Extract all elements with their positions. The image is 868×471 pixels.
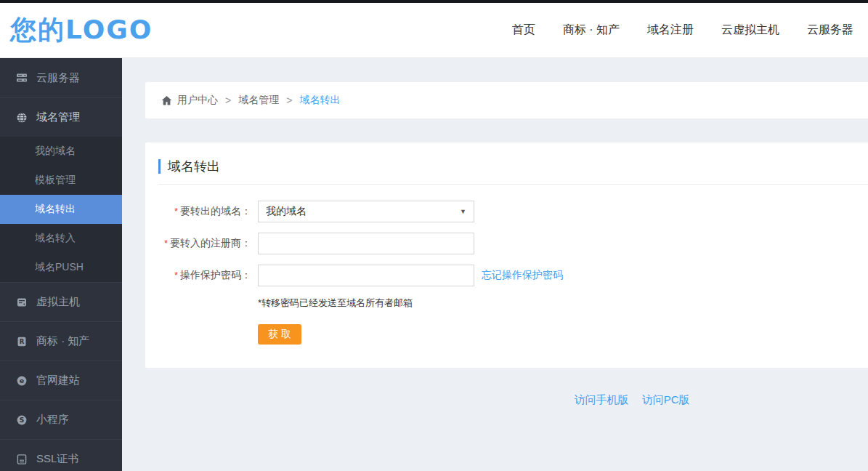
domain-transfer-panel: 域名转出 *要转出的域名： 我的域名 ▼ *要转入的注册商： — [145, 142, 868, 368]
sidebar-subitem-domain-transfer-out[interactable]: 域名转出 — [0, 195, 122, 224]
field-label: *要转出的域名： — [158, 205, 251, 218]
trademark-icon: R — [16, 336, 28, 347]
sidebar-submenu-domain: 我的域名 模板管理 域名转出 域名转入 域名PUSH — [0, 137, 122, 282]
sidebar-item-label: 云服务器 — [36, 71, 80, 85]
ssl-certificate-icon — [16, 454, 28, 465]
sidebar-item-trademark[interactable]: R 商标 · 知产 — [0, 321, 122, 361]
transfer-password-note: *转移密码已经发送至域名所有者邮箱 — [258, 297, 868, 310]
selected-domain-value: 我的域名 — [266, 205, 307, 218]
footer-link-mobile[interactable]: 访问手机版 — [574, 393, 628, 406]
breadcrumb-domain-management[interactable]: 域名管理 — [238, 94, 279, 107]
sidebar-subitem-template-management[interactable]: 模板管理 — [0, 166, 122, 195]
breadcrumb-current-page[interactable]: 域名转出 — [299, 94, 340, 107]
required-mark: * — [164, 238, 168, 249]
sidebar-item-label: 小程序 — [36, 413, 69, 427]
required-mark: * — [174, 206, 178, 217]
app-header: 您的LOGO 首页 商标 · 知产 域名注册 云虚拟主机 云服务器 — [0, 3, 868, 58]
form-row-registrar: *要转入的注册商： — [158, 233, 868, 254]
nav-item-trademark[interactable]: 商标 · 知产 — [563, 23, 620, 38]
breadcrumb: 用户中心 > 域名管理 > 域名转出 — [145, 82, 868, 118]
main-nav: 首页 商标 · 知产 域名注册 云虚拟主机 云服务器 — [512, 23, 853, 38]
nav-item-cloud-server[interactable]: 云服务器 — [807, 23, 853, 38]
sidebar-item-label: 官网建站 — [36, 374, 80, 387]
svg-text:R: R — [20, 338, 25, 345]
domain-select-dropdown[interactable]: 我的域名 ▼ — [258, 201, 474, 222]
sidebar-item-cloud-server[interactable]: 云服务器 — [0, 58, 122, 97]
nav-item-home[interactable]: 首页 — [512, 23, 535, 38]
nav-item-domain-register[interactable]: 域名注册 — [647, 23, 694, 38]
sidebar-item-domain-management[interactable]: 域名管理 — [0, 97, 122, 137]
app-window: 您的LOGO 首页 商标 · 知产 域名注册 云虚拟主机 云服务器 云服务器 域… — [0, 0, 868, 471]
sidebar-subitem-domain-push[interactable]: 域名PUSH — [0, 253, 122, 282]
form-row-password: *操作保护密码： 忘记操作保护密码 — [158, 265, 868, 286]
sidebar-item-virtual-host[interactable]: 虚拟主机 — [0, 282, 122, 321]
miniprogram-icon: S — [16, 414, 28, 426]
sidebar-item-label: SSL证书 — [36, 452, 78, 466]
chevron-down-icon: ▼ — [460, 208, 466, 215]
sidebar-item-label: 域名管理 — [36, 110, 80, 124]
protect-password-input[interactable] — [258, 265, 474, 286]
app-logo[interactable]: 您的LOGO — [10, 12, 153, 48]
sidebar-item-website-builder[interactable]: e 官网建站 — [0, 361, 122, 400]
transfer-form: *要转出的域名： 我的域名 ▼ *要转入的注册商： *操作保护密码： — [158, 201, 868, 345]
forgot-password-link[interactable]: 忘记操作保护密码 — [482, 269, 563, 282]
sidebar-item-ssl-cert[interactable]: SSL证书 — [0, 439, 122, 471]
title-accent-bar — [158, 159, 161, 174]
server-icon — [16, 72, 28, 84]
sidebar-subitem-my-domains[interactable]: 我的域名 — [0, 137, 122, 166]
breadcrumb-user-center[interactable]: 用户中心 — [177, 94, 218, 107]
required-mark: * — [174, 270, 178, 281]
get-password-button[interactable]: 获 取 — [258, 324, 301, 345]
svg-text:e: e — [20, 377, 24, 385]
main-content: 用户中心 > 域名管理 > 域名转出 域名转出 *要转出的域名： — [122, 58, 868, 471]
sidebar-item-label: 虚拟主机 — [36, 295, 80, 309]
title-divider — [158, 184, 868, 185]
nav-item-cloud-host[interactable]: 云虚拟主机 — [721, 23, 779, 38]
breadcrumb-separator: > — [225, 94, 231, 106]
footer-links: 访问手机版 访问PC版 — [145, 393, 868, 407]
sidebar: 云服务器 域名管理 我的域名 模板管理 域名转出 域名转入 域名PUSH 虚拟主… — [0, 58, 122, 471]
sidebar-subitem-domain-transfer-in[interactable]: 域名转入 — [0, 224, 122, 253]
host-icon — [16, 297, 28, 308]
field-label: *要转入的注册商： — [158, 237, 251, 250]
globe-icon — [16, 112, 28, 124]
svg-text:S: S — [20, 416, 24, 424]
page-title: 域名转出 — [168, 158, 220, 175]
field-label: *操作保护密码： — [158, 269, 251, 282]
panel-title-row: 域名转出 — [158, 158, 868, 175]
form-row-domain: *要转出的域名： 我的域名 ▼ — [158, 201, 868, 222]
footer-link-pc[interactable]: 访问PC版 — [642, 393, 690, 406]
sidebar-item-mini-program[interactable]: S 小程序 — [0, 400, 122, 439]
breadcrumb-separator: > — [286, 94, 292, 106]
home-icon — [161, 95, 172, 106]
sidebar-item-label: 商标 · 知产 — [36, 334, 89, 348]
website-icon: e — [16, 375, 28, 387]
registrar-input[interactable] — [258, 233, 474, 254]
